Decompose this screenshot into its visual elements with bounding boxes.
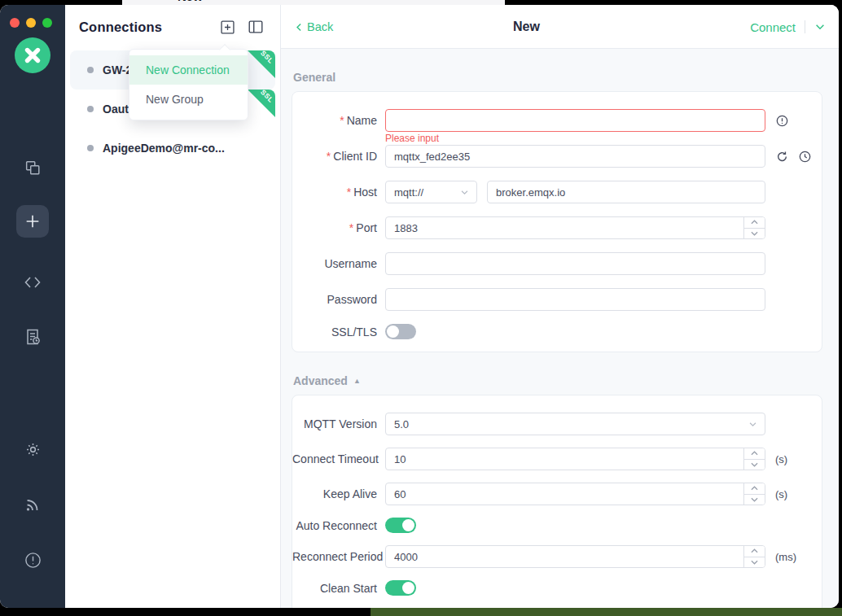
client-id-input[interactable] (385, 145, 765, 168)
connections-title: Connections (79, 20, 208, 35)
advanced-card: MQTT Version 5.0 (292, 395, 822, 608)
host-row: *Host mqtt:// (292, 181, 822, 203)
collapse-triangle-icon: ▲ (353, 377, 361, 385)
mqtt-version-row: MQTT Version 5.0 (292, 413, 822, 435)
chevron-down-icon (814, 21, 826, 33)
decrement-button[interactable] (744, 557, 765, 568)
port-label: *Port (292, 221, 377, 234)
back-button[interactable]: Back (294, 5, 333, 49)
background-window-title: New (178, 0, 203, 3)
port-stepper (743, 217, 765, 238)
decrement-button[interactable] (744, 229, 765, 239)
header-actions: Connect (750, 5, 826, 49)
host-label: *Host (292, 186, 377, 199)
increment-button[interactable] (744, 546, 765, 557)
clean-start-toggle[interactable] (385, 580, 416, 596)
connect-dropdown-button[interactable] (814, 21, 826, 33)
add-connection-button[interactable] (217, 17, 237, 37)
mqtt-version-select[interactable]: 5.0 (385, 413, 765, 435)
menu-item-new-group[interactable]: New Group (129, 85, 248, 114)
menu-arrow (219, 44, 230, 55)
connect-timeout-input[interactable] (385, 448, 765, 470)
username-row: Username (292, 252, 822, 275)
increment-button[interactable] (744, 217, 765, 229)
name-row: *Name Please input (292, 109, 822, 132)
connections-nav-icon[interactable] (23, 158, 42, 177)
client-id-row: *Client ID (292, 145, 822, 168)
host-input[interactable] (487, 181, 765, 203)
auto-reconnect-toggle[interactable] (385, 518, 416, 533)
new-connection-nav-button[interactable] (16, 205, 49, 238)
connection-item-3[interactable]: ApigeeDemo@mr-co... (70, 129, 275, 168)
connect-timeout-stepper (743, 448, 765, 470)
increment-button[interactable] (744, 483, 765, 495)
app-sidebar (0, 5, 65, 608)
collapse-panel-button[interactable] (246, 17, 265, 37)
keep-alive-unit: (s) (775, 488, 787, 500)
name-input[interactable] (385, 109, 765, 132)
history-clock-icon[interactable] (799, 151, 811, 163)
connection-item-label: ApigeeDemo@mr-co... (103, 142, 225, 155)
ssl-badge: SSL (248, 50, 275, 78)
main-area: Back New Connect General (281, 5, 839, 608)
reconnect-period-row: Reconnect Period (292, 545, 822, 568)
decrement-button[interactable] (744, 495, 765, 505)
reconnect-period-label: Reconnect Period (292, 550, 377, 563)
settings-nav-icon[interactable] (23, 439, 42, 459)
warning-icon (776, 115, 788, 127)
mqtt-version-label: MQTT Version (292, 417, 377, 430)
broadcast-nav-icon[interactable] (23, 495, 42, 514)
ssl-tls-row: SSL/TLS (292, 324, 822, 339)
mqttx-window: Connections GW-2... (0, 5, 839, 608)
protocol-select[interactable]: mqtt:// (385, 181, 477, 203)
advanced-section-label[interactable]: Advanced▲ (293, 374, 822, 387)
increment-button[interactable] (744, 448, 765, 460)
auto-reconnect-label: Auto Reconnect (292, 519, 377, 532)
chevron-left-icon (294, 22, 305, 33)
connections-panel: Connections GW-2... (65, 5, 281, 608)
about-nav-icon[interactable] (23, 550, 42, 570)
auto-reconnect-row: Auto Reconnect (292, 518, 822, 533)
connection-status-dot (87, 67, 94, 73)
zoom-button[interactable] (42, 18, 52, 28)
connection-status-dot (87, 106, 94, 112)
chevron-down-icon (460, 188, 469, 197)
keep-alive-label: Keep Alive (292, 487, 377, 500)
close-button[interactable] (10, 18, 20, 28)
mqttx-logo (15, 37, 50, 73)
connect-button[interactable]: Connect (750, 20, 796, 34)
script-nav-icon[interactable] (23, 273, 42, 292)
desktop: New (0, 0, 842, 616)
password-label: Password (292, 293, 377, 306)
ssl-tls-label: SSL/TLS (292, 325, 377, 339)
keep-alive-input[interactable] (385, 483, 765, 505)
password-row: Password (292, 288, 822, 311)
general-section-label: General (293, 71, 822, 84)
name-label: *Name (292, 114, 377, 127)
connect-timeout-row: Connect Timeout (292, 448, 822, 470)
form-scroll-area: General *Name Please input (281, 49, 839, 608)
username-input[interactable] (385, 252, 765, 275)
menu-item-new-connection[interactable]: New Connection (129, 55, 248, 85)
client-id-label: *Client ID (292, 150, 377, 163)
log-nav-icon[interactable] (23, 327, 42, 347)
ssl-tls-toggle[interactable] (385, 324, 416, 339)
mqttx-logo-icon (22, 45, 43, 66)
reconnect-period-stepper (743, 546, 765, 567)
minimize-button[interactable] (26, 18, 36, 28)
port-input[interactable] (385, 216, 765, 239)
password-input[interactable] (385, 288, 765, 311)
header-divider (805, 20, 805, 33)
reconnect-period-input[interactable] (385, 545, 765, 568)
keep-alive-row: Keep Alive (292, 483, 822, 505)
connect-timeout-unit: (s) (775, 453, 787, 465)
connection-status-dot (87, 145, 94, 151)
general-card: *Name Please input (292, 91, 822, 352)
clean-start-row: Clean Start (292, 580, 822, 596)
chevron-down-icon (748, 420, 757, 429)
keep-alive-stepper (743, 483, 765, 505)
ssl-badge: SSL (248, 90, 275, 117)
desktop-wallpaper (371, 608, 842, 616)
refresh-icon[interactable] (776, 151, 788, 163)
decrement-button[interactable] (744, 460, 765, 470)
